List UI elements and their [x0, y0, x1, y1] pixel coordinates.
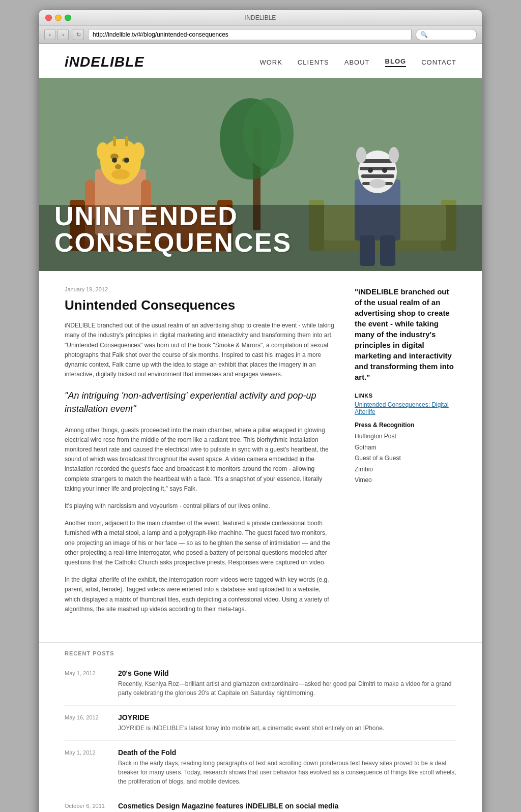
- press-item-4: Zimbio: [355, 464, 456, 475]
- article-body-1: Among other things, guests proceeded int…: [65, 426, 334, 494]
- recent-post-content-3: Death of the Fold Back in the early days…: [118, 748, 456, 786]
- svg-point-14: [111, 169, 130, 179]
- recent-posts-header: RECENT POSTS: [65, 643, 456, 661]
- recent-post-content-4: Cosmetics Design Magazine features iNDEL…: [118, 802, 456, 812]
- browser-title: iNDELIBLE: [245, 14, 276, 21]
- window-buttons: [45, 15, 71, 21]
- maximize-button[interactable]: [65, 15, 71, 21]
- svg-point-11: [115, 164, 121, 169]
- sidebar-pullquote: "iNDELIBLE branched out of the usual rea…: [355, 286, 456, 382]
- nav-work[interactable]: WORK: [259, 58, 282, 66]
- article-main: January 19, 2012 Unintended Consequences…: [65, 286, 334, 622]
- browser-toolbar: ‹ › ↻: [39, 26, 482, 44]
- recent-posts-section: RECENT POSTS May 1, 2012 20's Gone Wild …: [39, 642, 482, 812]
- nav-blog[interactable]: BLOG: [385, 57, 407, 67]
- minimize-button[interactable]: [55, 15, 62, 21]
- svg-rect-32: [360, 167, 395, 170]
- recent-post-content-2: JOYRIDE JOYRIDE is iNDELIBLE's latest fo…: [118, 713, 456, 733]
- recent-post-title-2[interactable]: JOYRIDE: [118, 713, 456, 721]
- recent-post-date-4: October 6, 2011: [65, 802, 108, 809]
- svg-rect-31: [362, 159, 393, 163]
- article-body-4: In the digital afterlife of the exhibit,…: [65, 575, 334, 614]
- sidebar-press-label: Press & Recognition: [355, 422, 456, 429]
- svg-rect-33: [361, 174, 394, 178]
- recent-post-date-3: May 1, 2012: [65, 748, 108, 756]
- press-item-1: Huffington Post: [355, 431, 456, 442]
- article-title: Unintended Consequences: [65, 297, 334, 313]
- page-content: iNDELIBLE WORK CLIENTS ABOUT BLOG CONTAC…: [39, 44, 482, 812]
- svg-point-23: [243, 98, 294, 169]
- recent-post-excerpt-3: Back in the early days, reading long par…: [118, 759, 456, 786]
- nav-about[interactable]: ABOUT: [344, 58, 370, 66]
- recent-post-date-1: May 1, 2012: [65, 669, 108, 676]
- recent-post-title-3[interactable]: Death of the Fold: [118, 748, 456, 757]
- address-bar[interactable]: [88, 29, 412, 40]
- sidebar-links-label: Links: [355, 393, 456, 399]
- hero-title: UNINTENDED CONSEQUENCES: [54, 203, 467, 256]
- press-item-5: Vimeo: [355, 475, 456, 486]
- svg-point-16: [124, 158, 129, 163]
- article-sidebar: "iNDELIBLE branched out of the usual rea…: [355, 286, 456, 622]
- nav-buttons: ‹ ›: [44, 29, 69, 40]
- nav-contact[interactable]: CONTACT: [421, 58, 456, 66]
- article-body-2: It's playing with narcissism and voyeuri…: [65, 501, 334, 511]
- hero-title-overlay: UNINTENDED CONSEQUENCES: [39, 203, 482, 256]
- press-item-2: Gotham: [355, 442, 456, 454]
- site-header: iNDELIBLE WORK CLIENTS ABOUT BLOG CONTAC…: [39, 44, 482, 78]
- recent-post-item: May 1, 2012 Death of the Fold Back in th…: [65, 741, 456, 794]
- recent-post-date-2: May 16, 2012: [65, 713, 108, 720]
- hero-section: UNINTENDED CONSEQUENCES: [39, 78, 482, 271]
- svg-point-36: [389, 147, 399, 163]
- sidebar-press-list: Huffington Post Gotham Guest of a Guest …: [355, 431, 456, 486]
- press-item-3: Guest of a Guest: [355, 453, 456, 464]
- svg-point-38: [382, 168, 387, 173]
- recent-post-title-1[interactable]: 20's Gone Wild: [118, 669, 456, 677]
- svg-point-37: [368, 168, 373, 173]
- nav-clients[interactable]: CLIENTS: [298, 58, 329, 66]
- svg-point-15: [112, 158, 117, 163]
- recent-post-item: May 16, 2012 JOYRIDE JOYRIDE is iNDELIBL…: [65, 706, 456, 741]
- recent-post-item: May 1, 2012 20's Gone Wild Recently, Kse…: [65, 661, 456, 706]
- svg-point-35: [356, 147, 366, 163]
- refresh-button[interactable]: ↻: [73, 29, 84, 40]
- svg-point-39: [369, 179, 386, 188]
- recent-post-item: October 6, 2011 Cosmetics Design Magazin…: [65, 794, 456, 812]
- browser-titlebar: iNDELIBLE: [39, 10, 482, 26]
- svg-rect-17: [113, 136, 116, 146]
- svg-rect-18: [125, 136, 128, 146]
- recent-post-excerpt-2: JOYRIDE is iNDELIBLE's latest foray into…: [118, 724, 456, 733]
- search-bar[interactable]: [416, 29, 477, 40]
- svg-point-12: [97, 142, 109, 161]
- svg-point-13: [132, 142, 144, 161]
- article-intro: iNDELIBLE branched out of the usual real…: [65, 321, 334, 379]
- article-date: January 19, 2012: [65, 286, 334, 292]
- close-button[interactable]: [45, 15, 52, 21]
- article-pullquote: "An intriguing 'non-advertising' experie…: [65, 389, 334, 415]
- site-nav: WORK CLIENTS ABOUT BLOG CONTACT: [259, 57, 456, 67]
- recent-post-title-4[interactable]: Cosmetics Design Magazine features iNDEL…: [118, 802, 456, 810]
- sidebar-link[interactable]: Unintended Consequences: Digital Afterli…: [355, 401, 456, 415]
- forward-button[interactable]: ›: [57, 29, 69, 40]
- main-content-wrapper: January 19, 2012 Unintended Consequences…: [39, 271, 482, 637]
- back-button[interactable]: ‹: [44, 29, 55, 40]
- recent-post-excerpt-1: Recently, Kseniya Roz—brilliant artist a…: [118, 679, 456, 698]
- recent-post-content-1: 20's Gone Wild Recently, Kseniya Roz—bri…: [118, 669, 456, 698]
- article-body-3: Another room, adjacent to the main chamb…: [65, 519, 334, 567]
- site-logo: iNDELIBLE: [65, 54, 144, 70]
